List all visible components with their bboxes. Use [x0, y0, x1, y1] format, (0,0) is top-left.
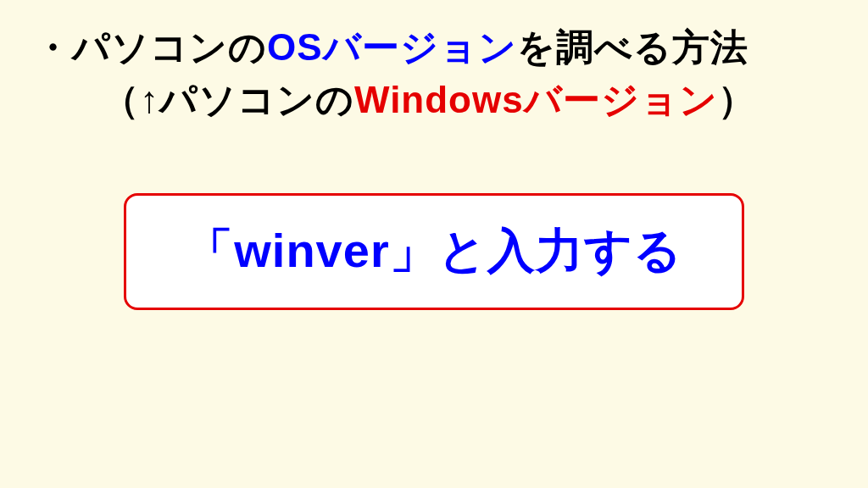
slide-container: ・パソコンのOSバージョンを調べる方法 （↑パソコンのWindowsバージョン）… — [0, 0, 868, 331]
heading-suffix: を調べる方法 — [517, 26, 748, 68]
heading-line-2: （↑パソコンのWindowsバージョン） — [34, 74, 834, 126]
windows-version-text: Windowsバージョン — [354, 79, 718, 120]
instruction-text: 「winver」と入力する — [186, 219, 682, 284]
subheading-prefix: （↑パソコンの — [102, 79, 354, 120]
os-version-text: OSバージョン — [267, 26, 517, 68]
heading-line-1: ・パソコンのOSバージョンを調べる方法 — [34, 21, 834, 74]
subheading-suffix: ） — [718, 79, 756, 120]
heading-prefix: ・パソコンの — [34, 26, 267, 68]
instruction-area: 「winver」と入力する — [34, 193, 834, 310]
instruction-box: 「winver」と入力する — [124, 193, 743, 310]
